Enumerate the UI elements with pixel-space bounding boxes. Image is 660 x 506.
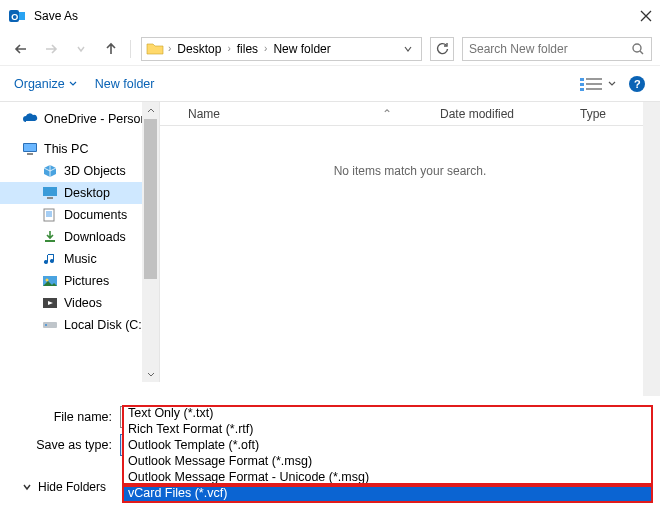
sidebar-item-label: OneDrive - Person [44,112,148,126]
refresh-button[interactable] [430,37,454,61]
svg-rect-4 [580,78,584,81]
column-date[interactable]: Date modified [440,107,580,121]
saveastype-option[interactable]: vCard Files (*.vcf) [124,485,651,501]
filename-label: File name: [8,410,120,424]
main-vertical-scrollbar[interactable] [643,102,660,399]
organize-label: Organize [14,77,65,91]
chevron-right-icon[interactable]: › [164,43,175,54]
saveastype-option[interactable]: Rich Text Format (*.rtf) [124,421,651,437]
organize-menu[interactable]: Organize [14,77,77,91]
svg-rect-18 [45,240,55,242]
svg-rect-7 [586,83,602,85]
svg-rect-13 [24,144,36,151]
view-mode-button[interactable] [580,77,616,91]
sidebar-item-thispc[interactable]: This PC [0,138,159,160]
svg-text:O: O [11,12,18,22]
sidebar-item[interactable]: Pictures [0,270,159,292]
list-view-icon [580,77,604,91]
saveastype-option[interactable]: Outlook Message Format - Unicode (*.msg) [124,469,651,485]
breadcrumb-newfolder[interactable]: New folder [271,42,332,56]
content-area: OneDrive - Person This PC 3D ObjectsDesk… [0,102,660,382]
saveastype-option[interactable]: Text Only (*.txt) [124,405,651,421]
computer-icon [22,142,38,156]
search-box[interactable] [462,37,652,61]
title-bar: O Save As [0,0,660,32]
new-folder-button[interactable]: New folder [95,77,155,91]
toolbar: Organize New folder ? [0,66,660,102]
file-list: Name ⌃ Date modified Type No items match… [160,102,660,382]
chevron-right-icon[interactable]: › [260,43,271,54]
column-headers[interactable]: Name ⌃ Date modified Type [160,102,660,126]
svg-rect-15 [43,187,57,196]
svg-rect-14 [27,153,33,155]
back-button[interactable] [8,36,34,62]
sidebar-item-label: This PC [44,142,88,156]
sidebar-item-label: Documents [64,208,127,222]
saveastype-option[interactable]: Outlook Message Format (*.msg) [124,453,651,469]
sidebar-item-label: Local Disk (C:) [64,318,146,332]
svg-rect-5 [586,78,602,80]
sidebar-item[interactable]: Local Disk (C:) [0,314,159,336]
folder-type-icon [42,296,58,310]
chevron-down-icon [69,80,77,88]
folder-type-icon [42,274,58,288]
scroll-up-icon[interactable] [142,102,159,119]
folder-type-icon [42,252,58,266]
address-bar-row: › Desktop › files › New folder [0,32,660,66]
breadcrumb-desktop[interactable]: Desktop [175,42,223,56]
saveastype-options-list[interactable]: Text Only (*.txt)Rich Text Format (*.rtf… [123,405,652,502]
svg-rect-8 [580,88,584,91]
svg-rect-17 [44,209,54,221]
sidebar-item-label: Videos [64,296,102,310]
sidebar-item-onedrive[interactable]: OneDrive - Person [0,108,159,130]
sidebar-item[interactable]: Music [0,248,159,270]
up-button[interactable] [98,36,124,62]
sidebar-item-label: 3D Objects [64,164,126,178]
saveastype-option[interactable]: Outlook Template (*.oft) [124,437,651,453]
svg-rect-23 [45,324,47,326]
sidebar-item[interactable]: Desktop [0,182,159,204]
address-bar[interactable]: › Desktop › files › New folder [141,37,422,61]
breadcrumb-files[interactable]: files [235,42,260,56]
forward-button[interactable] [38,36,64,62]
folder-type-icon [42,208,58,222]
sidebar-item-label: Music [64,252,97,266]
separator [130,40,131,58]
onedrive-icon [22,112,38,126]
hide-folders-label: Hide Folders [38,480,106,494]
column-name[interactable]: Name [180,107,382,121]
sort-indicator-icon: ⌃ [382,107,440,121]
chevron-right-icon[interactable]: › [223,43,234,54]
outlook-icon: O [8,7,26,25]
folder-type-icon [42,186,58,200]
help-icon[interactable]: ? [628,75,646,93]
svg-rect-16 [47,197,53,199]
sidebar-item-label: Desktop [64,186,110,200]
folder-type-icon [42,318,58,332]
sidebar-item[interactable]: Downloads [0,226,159,248]
chevron-down-icon [22,482,32,492]
sidebar-item[interactable]: 3D Objects [0,160,159,182]
folder-type-icon [42,230,58,244]
sidebar-vertical-scrollbar[interactable] [142,102,159,382]
empty-message: No items match your search. [160,126,660,178]
saveastype-label: Save as type: [8,438,120,452]
recent-locations-dropdown[interactable] [68,36,94,62]
sidebar-item-label: Pictures [64,274,109,288]
chevron-down-icon [608,80,616,88]
window-title: Save As [34,9,78,23]
folder-icon [146,41,164,57]
search-input[interactable] [469,42,631,56]
scroll-down-icon[interactable] [142,365,159,382]
sidebar-item-label: Downloads [64,230,126,244]
scrollbar-thumb[interactable] [144,119,157,279]
sidebar-item[interactable]: Videos [0,292,159,314]
svg-point-3 [633,44,641,52]
svg-text:?: ? [634,78,641,90]
svg-rect-6 [580,83,584,86]
close-button[interactable] [640,10,652,22]
search-icon [631,42,645,56]
svg-point-20 [46,279,49,282]
sidebar-item[interactable]: Documents [0,204,159,226]
address-dropdown[interactable] [399,44,417,54]
